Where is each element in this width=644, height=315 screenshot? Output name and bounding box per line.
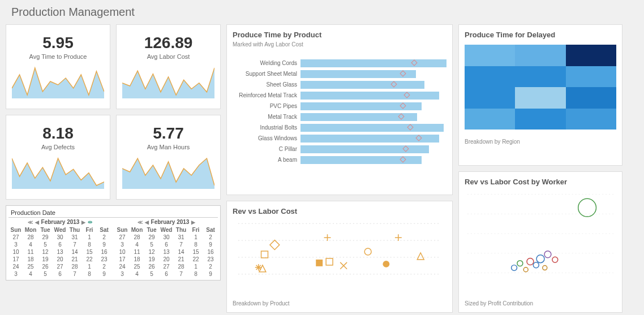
calendar-day[interactable]: 26 xyxy=(144,263,159,270)
calendar-day[interactable]: 13 xyxy=(159,248,174,256)
calendar-fast-prev-icon[interactable]: ≪ xyxy=(138,219,143,225)
calendar-day[interactable]: 6 xyxy=(159,270,174,278)
calendar-day[interactable]: 28 xyxy=(67,263,82,270)
rev-vs-labor-by-worker-card[interactable]: Rev vs Labor Cost by Worker Sized by Pro… xyxy=(458,171,622,313)
calendar-day[interactable]: 3 xyxy=(115,270,130,278)
calendar-day[interactable]: 25 xyxy=(130,263,144,270)
kpi-card-labor-cost[interactable]: 126.89 Avg Labor Cost xyxy=(116,24,221,109)
bar-row[interactable]: Glass Windows xyxy=(233,133,446,144)
calendar-day[interactable]: 13 xyxy=(53,248,67,256)
calendar-day[interactable]: 7 xyxy=(67,241,82,248)
calendar-day[interactable]: 5 xyxy=(38,270,53,278)
calendar-next-icon[interactable]: ▶ xyxy=(81,219,85,225)
heatmap[interactable] xyxy=(465,45,616,130)
calendar-day[interactable]: 29 xyxy=(144,234,159,241)
kpi-card-time-to-produce[interactable]: 5.95 Avg Time to Produce xyxy=(6,24,110,109)
calendar-day[interactable]: 1 xyxy=(188,263,203,270)
calendar-day[interactable]: 17 xyxy=(115,256,130,263)
calendar-day[interactable]: 15 xyxy=(188,248,203,256)
calendar-day[interactable]: 4 xyxy=(130,270,144,278)
bar-row[interactable]: Industrial Bolts xyxy=(233,122,446,133)
calendar-day[interactable]: 14 xyxy=(67,248,82,256)
calendar-day[interactable]: 10 xyxy=(8,248,23,256)
bar-row[interactable]: C Pillar xyxy=(233,144,446,154)
heatmap-cell[interactable] xyxy=(465,87,515,109)
calendar-day[interactable]: 2 xyxy=(97,234,111,241)
calendar-day[interactable]: 24 xyxy=(8,263,23,270)
bar-row[interactable]: Welding Cords xyxy=(233,58,446,68)
bar-row[interactable]: Metal Track xyxy=(233,111,446,122)
bar-chart[interactable]: Welding CordsSupport Sheet MetalSheet Gl… xyxy=(233,58,446,165)
bar-row[interactable]: A beam xyxy=(233,154,446,165)
bar-row[interactable]: Sheet Glass xyxy=(233,79,446,90)
calendar-day[interactable]: 7 xyxy=(67,270,82,278)
calendar-day[interactable]: 3 xyxy=(8,270,23,278)
bar-row[interactable]: Reinforced Metal Track xyxy=(233,90,446,101)
calendar-day[interactable]: 6 xyxy=(159,241,174,248)
calendar-day[interactable]: 19 xyxy=(144,256,159,263)
kpi-card-man-hours[interactable]: 5.77 Avg Man Hours xyxy=(116,115,221,200)
calendar-day[interactable]: 23 xyxy=(97,256,111,263)
calendar-day[interactable]: 22 xyxy=(188,256,203,263)
calendar-day[interactable]: 4 xyxy=(23,270,38,278)
calendar-day[interactable]: 30 xyxy=(159,234,174,241)
calendar-day[interactable]: 4 xyxy=(23,241,38,248)
produce-time-by-product-card[interactable]: Produce Time by Product Marked with Avg … xyxy=(226,24,453,195)
calendar-day[interactable]: 29 xyxy=(38,234,53,241)
calendar-day[interactable]: 1 xyxy=(188,234,203,241)
calendar-day[interactable]: 5 xyxy=(38,241,53,248)
calendar-prev-icon[interactable]: ◀ xyxy=(35,219,39,225)
calendar-day[interactable]: 8 xyxy=(82,241,97,248)
calendar-day[interactable]: 12 xyxy=(38,248,53,256)
calendar-day[interactable]: 28 xyxy=(174,263,188,270)
calendar-day[interactable]: 3 xyxy=(8,241,23,248)
calendar-day[interactable]: 20 xyxy=(53,256,67,263)
calendar-day[interactable]: 7 xyxy=(174,270,188,278)
calendar-day[interactable]: 21 xyxy=(67,256,82,263)
calendar-day[interactable]: 9 xyxy=(203,241,218,248)
heatmap-cell[interactable] xyxy=(465,45,515,66)
calendar-day[interactable]: 3 xyxy=(115,241,130,248)
calendar-day[interactable]: 11 xyxy=(23,248,38,256)
calendar-day[interactable]: 31 xyxy=(174,234,188,241)
calendar-day[interactable]: 18 xyxy=(130,256,144,263)
heatmap-cell[interactable] xyxy=(515,66,565,88)
bubble-svg[interactable] xyxy=(465,188,616,284)
calendar-day[interactable]: 9 xyxy=(97,241,111,248)
scatter-area[interactable] xyxy=(233,218,446,295)
heatmap-cell[interactable] xyxy=(566,45,616,66)
calendar-day[interactable]: 9 xyxy=(203,270,218,278)
calendar-day[interactable]: 11 xyxy=(130,248,144,256)
calendar-day[interactable]: 19 xyxy=(38,256,53,263)
heatmap-cell[interactable] xyxy=(515,109,565,130)
calendar-day[interactable]: 20 xyxy=(159,256,174,263)
bubble-area[interactable] xyxy=(465,188,616,295)
kpi-card-defects[interactable]: 8.18 Avg Defects xyxy=(6,115,110,200)
heatmap-cell[interactable] xyxy=(465,66,515,88)
calendar-day[interactable]: 26 xyxy=(38,263,53,270)
calendar-grid[interactable]: SunMonTueWedThuFriSat2728293031123456789… xyxy=(115,226,218,278)
calendar-day[interactable]: 15 xyxy=(82,248,97,256)
calendar-day[interactable]: 16 xyxy=(203,248,218,256)
calendar-day[interactable]: 5 xyxy=(144,270,159,278)
calendar-day[interactable]: 12 xyxy=(144,248,159,256)
calendar-day[interactable]: 2 xyxy=(97,263,111,270)
calendar-prev-icon[interactable]: ◀ xyxy=(145,219,149,225)
calendar-day[interactable]: 8 xyxy=(188,241,203,248)
scatter-svg[interactable] xyxy=(233,218,446,286)
calendar-day[interactable]: 16 xyxy=(97,248,111,256)
calendar-day[interactable]: 28 xyxy=(130,234,144,241)
calendar-day[interactable]: 27 xyxy=(53,263,67,270)
calendar-next-icon[interactable]: ▶ xyxy=(191,219,195,225)
heatmap-cell[interactable] xyxy=(566,66,616,88)
calendar-day[interactable]: 2 xyxy=(203,234,218,241)
production-date-calendar[interactable]: Production Date ≪ ◀ February 2013 ▶ ⇹ Su… xyxy=(6,205,221,281)
calendar-day[interactable]: 1 xyxy=(82,263,97,270)
calendar-day[interactable]: 22 xyxy=(82,256,97,263)
calendar-day[interactable]: 4 xyxy=(130,241,144,248)
calendar-day[interactable]: 6 xyxy=(53,241,67,248)
calendar-grid[interactable]: SunMonTueWedThuFriSat2728293031123456789… xyxy=(8,226,111,278)
calendar-day[interactable]: 6 xyxy=(53,270,67,278)
calendar-day[interactable]: 31 xyxy=(67,234,82,241)
calendar-day[interactable]: 10 xyxy=(115,248,130,256)
